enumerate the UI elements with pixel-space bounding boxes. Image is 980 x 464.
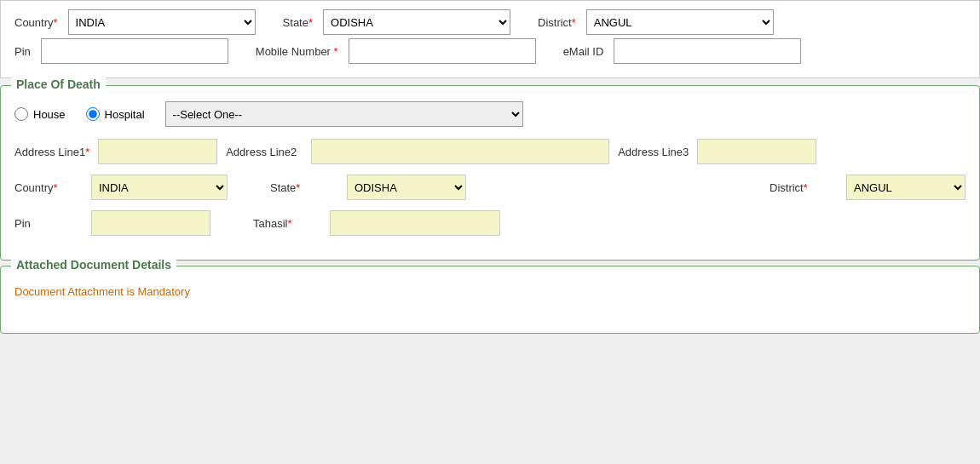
pod-pin-tahasil-row: Pin Tahasil* (14, 210, 966, 236)
pod-pin-input[interactable] (91, 210, 210, 236)
pod-state-label: State* (270, 181, 338, 194)
house-radio[interactable] (14, 107, 28, 121)
district-label: District* (538, 16, 576, 29)
hospital-radio[interactable] (86, 107, 100, 121)
mobile-label: Mobile Number * (256, 45, 338, 58)
house-radio-item[interactable]: House (14, 107, 66, 121)
pod-state-select[interactable]: ODISHA (347, 175, 466, 200)
place-of-death-section: Place Of Death House Hospital --Select O… (0, 85, 980, 261)
addr-line3-label: Address Line3 (618, 146, 689, 158)
addr-line1-label: Address Line1* (14, 146, 89, 158)
doc-mandatory-text: Document Attachment is Mandatory (14, 285, 966, 298)
addr-line2-label: Address Line2 (226, 146, 303, 158)
email-input[interactable] (614, 38, 801, 64)
country-select[interactable]: INDIA (68, 9, 256, 35)
pod-district-select[interactable]: ANGUL (846, 175, 966, 200)
attached-document-section: Attached Document Details Document Attac… (0, 266, 980, 334)
addr-line3-input[interactable] (697, 139, 816, 164)
top-address-row: Country* INDIA State* ODISHA District* A… (14, 9, 966, 35)
house-label: House (33, 108, 66, 121)
page-wrapper: Country* INDIA State* ODISHA District* A… (0, 0, 980, 334)
pod-pin-label: Pin (14, 217, 83, 230)
district-select[interactable]: ANGUL (586, 9, 774, 35)
pod-country-state-district-row: Country* INDIA State* ODISHA District* A… (14, 175, 966, 200)
pod-country-label: Country* (14, 181, 83, 194)
mobile-input[interactable] (349, 38, 536, 64)
pod-tahasil-input[interactable] (330, 210, 500, 236)
pin-row: Pin Mobile Number * eMail ID (14, 38, 966, 64)
hospital-select[interactable]: --Select One-- (165, 101, 523, 127)
attached-doc-legend: Attached Document Details (11, 258, 176, 272)
pin-input[interactable] (41, 38, 228, 64)
address-lines-row: Address Line1* Address Line2 Address Lin… (14, 139, 966, 164)
state-select[interactable]: ODISHA (323, 9, 510, 35)
top-address-section: Country* INDIA State* ODISHA District* A… (0, 0, 980, 78)
addr-line1-input[interactable] (98, 139, 217, 164)
country-label: Country* (14, 16, 58, 29)
place-type-row: House Hospital --Select One-- (14, 101, 966, 127)
pod-country-select[interactable]: INDIA (91, 175, 228, 200)
pin-label: Pin (14, 45, 31, 58)
place-of-death-legend: Place Of Death (11, 77, 106, 91)
email-label: eMail ID (563, 45, 604, 58)
pod-district-label: District* (770, 181, 838, 194)
addr-line2-input[interactable] (311, 139, 609, 164)
pod-tahasil-label: Tahasil* (253, 217, 321, 230)
hospital-label: Hospital (105, 108, 145, 121)
hospital-radio-item[interactable]: Hospital (86, 107, 145, 121)
state-label: State* (283, 16, 313, 29)
